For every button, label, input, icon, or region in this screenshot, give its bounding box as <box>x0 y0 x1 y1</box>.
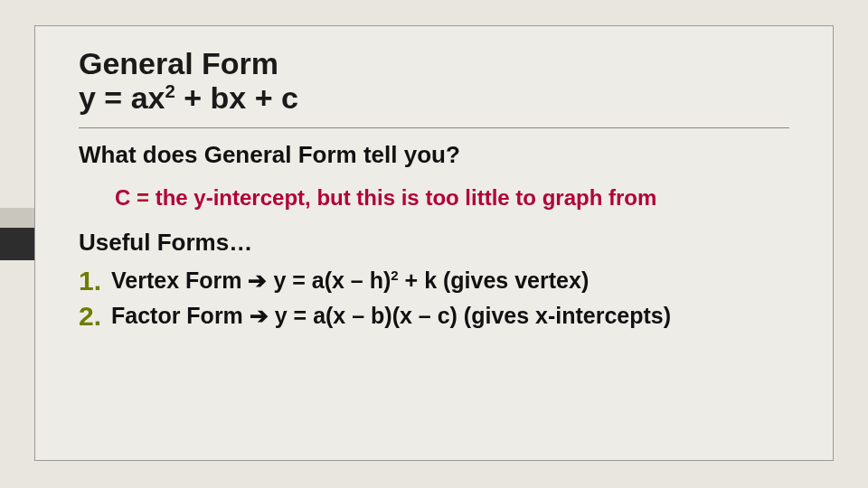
list-body: Factor Form ➔ y = a(x – b)(x – c) (gives… <box>111 301 671 330</box>
slide-frame: General Form y = ax2 + bx + c What does … <box>34 25 834 461</box>
list-number: 1. <box>79 266 111 296</box>
list-number: 2. <box>79 301 111 331</box>
title-line1: General Form <box>79 46 278 80</box>
list-item: 2. Factor Form ➔ y = a(x – b)(x – c) (gi… <box>79 301 789 331</box>
title-divider <box>79 127 789 128</box>
question-heading: What does General Form tell you? <box>79 141 789 169</box>
arrow-icon: ➔ <box>250 303 269 328</box>
useful-forms-heading: Useful Forms… <box>79 229 789 257</box>
arrow-icon: ➔ <box>248 267 267 293</box>
list-body: Vertex Form ➔ y = a(x – h)2 + k (gives v… <box>111 266 589 295</box>
list-item: 1. Vertex Form ➔ y = a(x – h)2 + k (give… <box>79 266 789 296</box>
forms-list: 1. Vertex Form ➔ y = a(x – h)2 + k (give… <box>79 266 789 331</box>
slide-content: General Form y = ax2 + bx + c What does … <box>79 46 789 331</box>
decorative-tab-light <box>0 208 38 230</box>
slide-title: General Form y = ax2 + bx + c <box>79 46 789 115</box>
title-equation: y = ax2 + bx + c <box>79 80 298 115</box>
answer-text: C = the y-intercept, but this is too lit… <box>115 185 789 211</box>
